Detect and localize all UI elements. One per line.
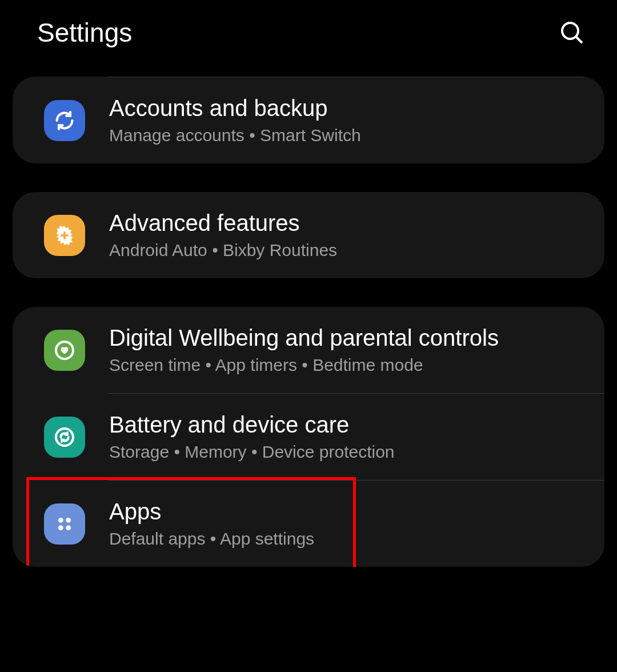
item-title: Apps: [109, 498, 314, 525]
svg-point-8: [58, 525, 63, 530]
plus-gear-icon: [44, 215, 85, 256]
item-subtitle: Manage accounts • Smart Switch: [109, 124, 361, 146]
settings-item-digital-wellbeing[interactable]: Digital Wellbeing and parental controls …: [13, 307, 604, 393]
header: Settings: [0, 0, 617, 71]
item-title: Digital Wellbeing and parental controls: [109, 324, 499, 351]
settings-item-battery-device-care[interactable]: Battery and device care Storage • Memory…: [13, 394, 604, 480]
item-title: Battery and device care: [109, 411, 395, 438]
item-text: Apps Default apps • App settings: [109, 498, 314, 550]
refresh-circle-icon: [44, 417, 85, 458]
apps-grid-icon: [44, 503, 85, 545]
svg-point-0: [562, 23, 578, 39]
svg-point-6: [58, 518, 63, 523]
settings-item-apps[interactable]: Apps Default apps • App settings: [13, 481, 604, 567]
settings-card: Digital Wellbeing and parental controls …: [13, 307, 604, 567]
svg-point-7: [66, 518, 71, 523]
item-text: Accounts and backup Manage accounts • Sm…: [109, 94, 361, 146]
item-title: Advanced features: [109, 209, 337, 237]
item-text: Advanced features Android Auto • Bixby R…: [109, 209, 337, 261]
settings-item-advanced-features[interactable]: Advanced features Android Auto • Bixby R…: [13, 192, 604, 278]
item-subtitle: Default apps • App settings: [109, 527, 314, 550]
item-text: Digital Wellbeing and parental controls …: [109, 324, 499, 376]
item-subtitle: Android Auto • Bixby Routines: [109, 239, 337, 261]
item-subtitle: Storage • Memory • Device protection: [109, 441, 395, 463]
item-text: Battery and device care Storage • Memory…: [109, 411, 395, 463]
svg-line-1: [576, 37, 582, 43]
item-subtitle: Screen time • App timers • Bedtime mode: [109, 354, 499, 376]
heart-circle-icon: [44, 330, 85, 371]
svg-point-5: [56, 429, 73, 446]
search-icon[interactable]: [558, 19, 586, 46]
sync-icon: [44, 100, 85, 141]
svg-rect-3: [61, 234, 68, 236]
settings-card: Accounts and backup Manage accounts • Sm…: [13, 77, 604, 163]
settings-item-accounts-backup[interactable]: Accounts and backup Manage accounts • Sm…: [13, 77, 604, 163]
page-title: Settings: [37, 17, 132, 48]
item-title: Accounts and backup: [109, 94, 361, 122]
settings-card: Advanced features Android Auto • Bixby R…: [13, 192, 604, 278]
svg-point-9: [66, 525, 71, 530]
